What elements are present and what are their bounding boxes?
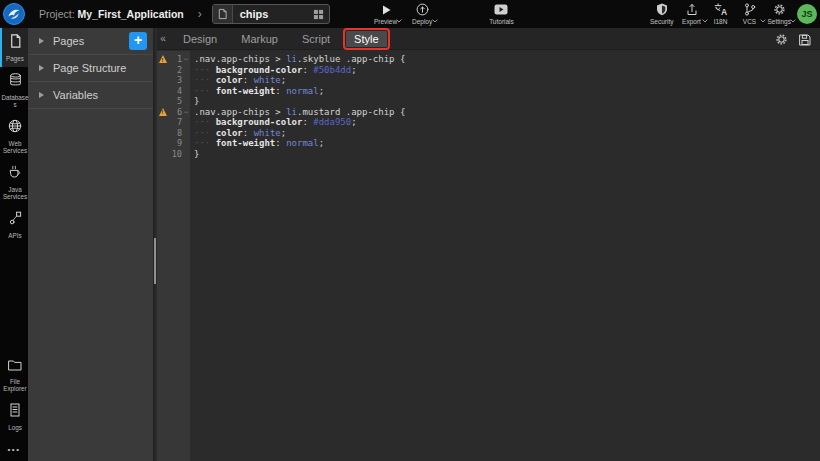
code-line[interactable]: ··· background-color: #dda950; xyxy=(194,117,820,128)
code-line[interactable]: .nav.app-chips > li.mustard .app-chip { xyxy=(194,107,820,118)
deploy-icon xyxy=(416,3,429,16)
fold-toggle-icon[interactable]: – xyxy=(182,108,190,116)
gutter-line[interactable]: 3 xyxy=(157,75,190,86)
sidebar-item-label: APIs xyxy=(2,232,29,239)
code-editor[interactable]: 1–23456–78910 .nav.app-chips > li.skyblu… xyxy=(157,51,820,461)
sidebar-item-label: Logs xyxy=(2,424,29,431)
code-line[interactable]: ··· color: white; xyxy=(194,128,820,139)
sidebar-item-java-services[interactable]: Java Services xyxy=(0,159,28,205)
gutter-line[interactable]: 5 xyxy=(157,96,190,107)
code-line[interactable]: } xyxy=(194,96,820,107)
sidebar-item-pages[interactable]: Pages xyxy=(0,28,28,67)
i18n-button[interactable]: AI18N xyxy=(708,1,734,27)
line-number: 5 xyxy=(157,96,182,106)
add-page-button[interactable]: + xyxy=(129,32,147,50)
deploy-label: Deploy xyxy=(412,18,432,25)
logs-icon xyxy=(9,403,21,421)
panel-section-variables[interactable]: Variables xyxy=(28,82,153,109)
gutter-line[interactable]: 9 xyxy=(157,138,190,149)
panel-section-label: Page Structure xyxy=(53,62,126,74)
tab-design[interactable]: Design xyxy=(183,33,217,45)
deploy-button[interactable]: Deploy xyxy=(409,1,435,27)
video-icon xyxy=(494,3,508,16)
gutter-line[interactable]: 2 xyxy=(157,65,190,76)
gutter-line[interactable]: 7 xyxy=(157,117,190,128)
code-line[interactable]: ··· color: white; xyxy=(194,75,820,86)
shield-icon xyxy=(656,3,668,16)
editor-settings-button[interactable] xyxy=(775,32,788,50)
panel-section-label: Pages xyxy=(53,35,84,47)
project-name: My_First_Application xyxy=(78,8,184,20)
export-button[interactable]: Export xyxy=(679,1,705,27)
project-label: Project: xyxy=(39,8,75,20)
line-number: 3 xyxy=(157,75,182,85)
editor-tab-bar: « DesignMarkupScriptStyle xyxy=(157,28,820,50)
gear-icon xyxy=(773,3,786,16)
collapse-panel-button[interactable]: « xyxy=(155,33,171,44)
fold-toggle-icon[interactable]: – xyxy=(182,55,190,63)
collapsed-triangle-icon xyxy=(39,65,44,71)
gutter-line[interactable]: 10 xyxy=(157,149,190,160)
sidebar-item-label: Web Services xyxy=(2,140,29,154)
tab-style[interactable]: Style xyxy=(346,31,386,47)
vcs-button[interactable]: VCS xyxy=(737,1,763,27)
page-file-icon xyxy=(213,5,233,23)
gutter-line[interactable]: 8 xyxy=(157,128,190,139)
caret-down-icon xyxy=(790,9,796,27)
panel-scrollbar-thumb[interactable] xyxy=(154,238,156,284)
more-options-button[interactable]: ••• xyxy=(0,436,28,461)
editor-code-area[interactable]: .nav.app-chips > li.skyblue .app-chip {·… xyxy=(190,51,820,461)
sidebar-item-label: Databases xyxy=(2,94,29,108)
code-line[interactable]: ··· font-weight: normal; xyxy=(194,138,820,149)
sidebar-item-logs[interactable]: Logs xyxy=(0,397,28,436)
workspace: « DesignMarkupScriptStyle 1–23456–78910 … xyxy=(157,28,820,461)
collapsed-triangle-icon xyxy=(39,92,44,98)
sidebar-item-web-services[interactable]: Web Services xyxy=(0,113,28,159)
panel-section-page-structure[interactable]: Page Structure xyxy=(28,55,153,82)
sidebar-item-apis[interactable]: APIs xyxy=(0,205,28,244)
save-button[interactable] xyxy=(799,32,811,50)
line-number: 8 xyxy=(157,128,182,138)
database-icon xyxy=(9,73,22,91)
sidebar-item-databases[interactable]: Databases xyxy=(0,67,28,113)
explorer-panel: Pages+Page StructureVariables xyxy=(28,28,155,461)
export-label: Export xyxy=(682,18,701,25)
nodes-icon xyxy=(9,211,22,229)
sidebar-item-label: Pages xyxy=(2,55,29,62)
preview-button[interactable]: Preview xyxy=(372,1,399,27)
gutter-line[interactable]: 6– xyxy=(157,107,190,118)
code-line[interactable]: } xyxy=(194,149,820,160)
vcs-label: VCS xyxy=(743,18,756,25)
line-number: 10 xyxy=(157,149,182,159)
line-number: 2 xyxy=(157,65,182,75)
page-selector[interactable]: chips xyxy=(212,4,330,24)
sidebar-item-file-explorer[interactable]: File Explorer xyxy=(0,351,28,397)
security-button[interactable]: Security xyxy=(648,1,675,27)
warning-icon xyxy=(159,55,167,63)
tutorials-label: Tutorials xyxy=(489,18,514,25)
user-avatar[interactable]: JS xyxy=(797,4,817,24)
export-icon xyxy=(686,3,698,16)
code-line[interactable]: ··· font-weight: normal; xyxy=(194,86,820,97)
code-line[interactable]: ··· background-color: #50b4dd; xyxy=(194,65,820,76)
settings-button[interactable]: Settings xyxy=(766,1,794,27)
folder-icon xyxy=(8,357,22,375)
tab-script[interactable]: Script xyxy=(302,33,330,45)
line-number: 9 xyxy=(157,138,182,148)
panel-section-pages[interactable]: Pages+ xyxy=(28,28,153,55)
tab-markup[interactable]: Markup xyxy=(241,33,278,45)
gutter-line[interactable]: 4 xyxy=(157,86,190,97)
pages-icon xyxy=(9,34,22,52)
svg-text:A: A xyxy=(721,7,727,17)
sidebar-item-label: Java Services xyxy=(2,186,29,200)
gutter-line[interactable]: 1– xyxy=(157,54,190,65)
topbar-left-actions: PreviewDeployTutorials xyxy=(372,1,516,27)
wavemaker-logo-icon[interactable] xyxy=(3,3,25,25)
caret-down-icon xyxy=(396,9,402,27)
security-label: Security xyxy=(650,18,673,25)
grid-icon[interactable] xyxy=(309,9,329,20)
code-line[interactable]: .nav.app-chips > li.skyblue .app-chip { xyxy=(194,54,820,65)
settings-label: Settings xyxy=(768,18,792,25)
tutorials-button[interactable]: Tutorials xyxy=(487,1,516,27)
current-page-name: chips xyxy=(233,8,309,20)
